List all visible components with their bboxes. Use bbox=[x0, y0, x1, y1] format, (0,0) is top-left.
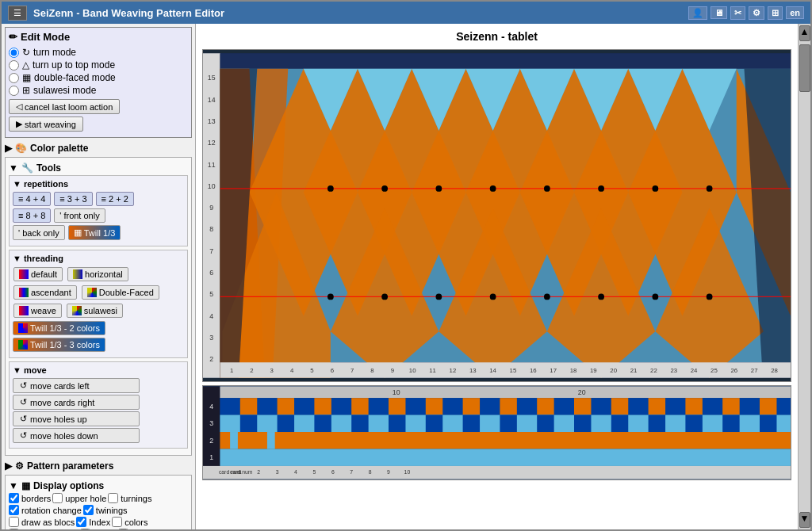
edit-mode-header[interactable]: ✏ Edit Mode bbox=[9, 31, 188, 43]
svg-text:16: 16 bbox=[530, 367, 537, 374]
borders-checkbox[interactable] bbox=[9, 493, 19, 503]
move-header[interactable]: ▼ move bbox=[13, 365, 184, 375]
double-faced-radio[interactable] bbox=[9, 73, 19, 83]
svg-rect-86 bbox=[760, 398, 776, 414]
move-holes-up-button[interactable]: ↺ move holes up bbox=[13, 411, 140, 426]
rotation-label: rotation change bbox=[21, 506, 82, 515]
svg-rect-105 bbox=[230, 432, 238, 449]
rep-2-2-button[interactable]: ≡ 2 + 2 bbox=[96, 192, 134, 206]
svg-point-32 bbox=[490, 293, 496, 300]
svg-text:5: 5 bbox=[313, 469, 316, 475]
pattern-params-header[interactable]: ▶ ⚙ Pattern parameters bbox=[5, 459, 192, 473]
svg-rect-73 bbox=[278, 398, 294, 414]
ascendant-threading-button[interactable]: ascendant bbox=[13, 285, 77, 300]
gear-icon[interactable]: ⚙ bbox=[749, 6, 764, 20]
rep-4-4-button[interactable]: ≡ 4 + 4 bbox=[13, 192, 51, 206]
vertical-guides-label: Vertical guides bbox=[21, 529, 79, 530]
horizontal-threading-button[interactable]: horizontal bbox=[67, 267, 128, 281]
start-label: start weaving bbox=[25, 120, 76, 129]
weave-content: 15 14 13 12 11 10 9 8 7 6 5 bbox=[202, 49, 791, 523]
twill-button[interactable]: ▦ Twill 1/3 bbox=[68, 225, 121, 240]
rotation-checkbox[interactable] bbox=[9, 505, 19, 515]
svg-rect-91 bbox=[314, 415, 331, 432]
menu-icon: ☰ bbox=[13, 8, 21, 17]
twill-3color-swatch bbox=[18, 340, 28, 350]
sulawesi-row: ⊞ sulawesi mode bbox=[9, 84, 188, 97]
rep-8-8-button[interactable]: ≡ 8 + 8 bbox=[13, 208, 51, 223]
scissors-icon[interactable]: ✂ bbox=[730, 6, 745, 20]
edit-mode-section: ✏ Edit Mode ↻ turn mode △ turn up to top… bbox=[5, 27, 192, 138]
scroll-up-arrow[interactable]: ▲ bbox=[799, 25, 810, 41]
index-checkbox[interactable] bbox=[76, 517, 86, 527]
right-panel: Seizenn - tablet 1 bbox=[196, 24, 798, 529]
colors-checkbox[interactable] bbox=[112, 517, 122, 527]
double-faced-threading-button[interactable]: Double-Faced bbox=[82, 285, 159, 300]
move-holes-down-button[interactable]: ↺ move holes down bbox=[13, 428, 140, 443]
rep-row-3: ' back only ▦ Twill 1/3 bbox=[13, 225, 184, 240]
weave-threading-button[interactable]: weave bbox=[13, 304, 62, 318]
repetitions-header[interactable]: ▼ repetitions bbox=[13, 179, 184, 189]
grid-icon[interactable]: ⊞ bbox=[768, 6, 783, 20]
language-selector[interactable]: en bbox=[786, 6, 804, 19]
svg-text:10: 10 bbox=[409, 367, 416, 374]
horizontal-color-swatch bbox=[73, 269, 82, 279]
turn-mode-row: ↻ turn mode bbox=[9, 46, 188, 59]
draw-blocs-checkbox[interactable] bbox=[9, 517, 19, 527]
tools-label: Tools bbox=[36, 162, 61, 174]
abcd-checkbox[interactable] bbox=[80, 529, 90, 529]
threading-grid: 10 20 bbox=[202, 385, 791, 480]
scroll-down-arrow[interactable]: ▼ bbox=[799, 512, 810, 528]
sulawesi-threading-button[interactable]: sulawesi bbox=[67, 304, 123, 318]
svg-point-25 bbox=[544, 185, 550, 192]
svg-rect-94 bbox=[426, 415, 442, 432]
svg-rect-95 bbox=[463, 415, 480, 432]
back-only-button[interactable]: ' back only bbox=[13, 225, 65, 240]
vertical-guides-checkbox[interactable] bbox=[9, 529, 19, 529]
pattern-params-label: Pattern parameters bbox=[27, 460, 113, 472]
move-cards-right-button[interactable]: ↺ move cards right bbox=[13, 395, 140, 410]
svg-point-34 bbox=[598, 293, 604, 300]
twill-2color-button[interactable]: Twill 1/3 - 2 colors bbox=[13, 321, 105, 335]
turn-mode-radio[interactable] bbox=[9, 48, 19, 58]
turnings-checkbox[interactable] bbox=[108, 493, 118, 503]
display-icon: ▦ bbox=[21, 480, 30, 491]
svg-text:28: 28 bbox=[771, 367, 778, 374]
right-area: Seizenn - tablet 1 bbox=[196, 24, 810, 529]
svg-text:9: 9 bbox=[391, 367, 394, 374]
sulawesi-color-swatch bbox=[72, 306, 82, 315]
threading-header[interactable]: ▼ threading bbox=[13, 254, 184, 263]
turn-up-icon: △ bbox=[22, 59, 29, 71]
user-icon[interactable]: 👤 bbox=[688, 6, 707, 20]
twill-icon: ▦ bbox=[74, 227, 82, 238]
description-checkbox[interactable] bbox=[118, 529, 128, 529]
rep-3-3-button[interactable]: ≡ 3 + 3 bbox=[54, 192, 92, 206]
default-threading-button[interactable]: default bbox=[13, 267, 63, 281]
twinings-checkbox[interactable] bbox=[83, 505, 94, 515]
svg-rect-77 bbox=[426, 398, 442, 414]
tools-header[interactable]: ▼ 🔧 Tools bbox=[9, 161, 188, 175]
double-faced-icon: ▦ bbox=[22, 72, 31, 83]
turn-up-radio[interactable] bbox=[9, 60, 19, 71]
svg-rect-76 bbox=[389, 398, 405, 414]
display-options-header[interactable]: ▼ ▦ Display options bbox=[9, 479, 188, 493]
color-palette-header[interactable]: ▶ 🎨 Color palette bbox=[5, 141, 192, 155]
move-cards-left-label: move cards left bbox=[30, 381, 90, 391]
start-weaving-button[interactable]: ▶ start weaving bbox=[9, 117, 83, 132]
sulawesi-radio[interactable] bbox=[9, 86, 19, 96]
monitor-icon[interactable]: 🖥 bbox=[710, 6, 727, 19]
move-cards-left-button[interactable]: ↺ move cards left bbox=[13, 378, 140, 393]
cancel-loom-button[interactable]: ◁ cancel last loom action bbox=[9, 99, 120, 114]
svg-text:4: 4 bbox=[209, 403, 213, 411]
scroll-thumb[interactable] bbox=[799, 44, 810, 92]
move-label: move bbox=[24, 365, 47, 375]
menu-button[interactable]: ☰ bbox=[8, 6, 27, 21]
edit-mode-buttons: ◁ cancel last loom action bbox=[9, 99, 188, 114]
twill-3color-button[interactable]: Twill 1/3 - 3 colors bbox=[13, 338, 105, 352]
display-options-label: Display options bbox=[33, 480, 104, 491]
colors-label: colors bbox=[124, 518, 147, 527]
upper-hole-checkbox[interactable] bbox=[52, 493, 63, 503]
right-scrollbar[interactable]: ▲ ▼ bbox=[798, 24, 810, 529]
front-only-button[interactable]: ' front only bbox=[54, 208, 105, 223]
weave-canvas[interactable]: 15 14 13 12 11 10 9 8 7 6 5 bbox=[202, 49, 791, 382]
svg-text:12: 12 bbox=[450, 367, 457, 374]
